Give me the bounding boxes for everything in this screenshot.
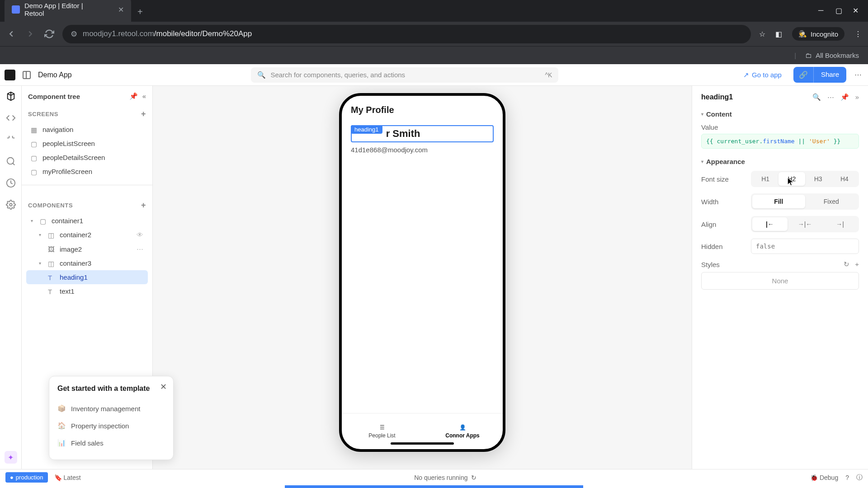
- close-icon[interactable]: ✕: [160, 382, 167, 392]
- url-path: /mobile/editor/Demo%20App: [154, 29, 252, 38]
- container-icon: ◫: [48, 260, 55, 267]
- help-icon[interactable]: ?: [845, 474, 849, 481]
- window-close[interactable]: ✕: [853, 6, 859, 13]
- chevron-down-icon[interactable]: ▾: [31, 218, 35, 223]
- inspector-more-icon[interactable]: ⋯: [827, 93, 834, 101]
- pin-icon[interactable]: 📌: [129, 92, 138, 100]
- align-right-button[interactable]: →|: [822, 217, 858, 231]
- align-left-button[interactable]: |←: [752, 217, 788, 231]
- goto-app-button[interactable]: ↗ Go to app: [738, 68, 787, 82]
- svg-point-0: [7, 158, 14, 164]
- add-style-icon[interactable]: +: [855, 260, 859, 268]
- window-maximize[interactable]: ▢: [835, 6, 842, 13]
- chevron-down-icon[interactable]: ▾: [39, 232, 43, 237]
- item-more[interactable]: ⋯: [137, 245, 143, 253]
- hidden-icon[interactable]: 👁: [137, 231, 143, 239]
- search-rail-icon[interactable]: [6, 156, 16, 166]
- add-screen-button[interactable]: +: [141, 109, 146, 119]
- address-bar[interactable]: ⚙ moodjoy1.retool.com/mobile/editor/Demo…: [62, 25, 751, 43]
- settings-rail-icon[interactable]: [6, 200, 16, 210]
- browser-tab[interactable]: Demo App | Editor | Retool ✕: [5, 0, 131, 22]
- folder-icon: 🗀: [805, 52, 812, 59]
- chevron-down-icon[interactable]: ▾: [39, 261, 43, 266]
- collapse-icon[interactable]: «: [142, 92, 146, 100]
- bookmark-star-icon[interactable]: ☆: [759, 30, 765, 38]
- screen-icon: ▢: [31, 154, 38, 161]
- inventory-icon: 📦: [57, 404, 66, 413]
- browser-menu-icon[interactable]: ⋮: [854, 30, 862, 38]
- tree-item-label: heading1: [60, 273, 88, 281]
- info-icon[interactable]: ⓘ: [856, 474, 863, 482]
- screen-navigation[interactable]: ▦navigation: [26, 122, 148, 136]
- all-bookmarks-button[interactable]: 🗀 All Bookmarks: [805, 52, 859, 59]
- browser-tab-bar: Demo App | Editor | Retool ✕ +: [0, 0, 868, 22]
- hidden-input[interactable]: [751, 239, 859, 254]
- app-more-icon[interactable]: ⋯: [853, 70, 863, 80]
- components-label: COMPONENTS: [28, 202, 73, 209]
- new-tab-button[interactable]: +: [131, 2, 149, 22]
- components-rail-icon[interactable]: [6, 91, 16, 101]
- template-inventory[interactable]: 📦Inventory management: [57, 400, 165, 417]
- inspector-pin-icon[interactable]: 📌: [840, 93, 849, 101]
- version-latest[interactable]: 🔖 Latest: [54, 474, 81, 481]
- heading1-component[interactable]: heading1 Connor Smith: [351, 125, 494, 142]
- env-label: production: [16, 474, 43, 481]
- width-fixed-button[interactable]: Fixed: [805, 195, 858, 208]
- tree-heading1[interactable]: Theading1: [26, 270, 148, 284]
- tree-container1[interactable]: ▾▢container1: [26, 214, 148, 228]
- screens-label: SCREENS: [28, 111, 58, 117]
- screen-people-details[interactable]: ▢peopleDetailsScreen: [26, 150, 148, 164]
- template-popup-title: Get started with a template: [57, 385, 165, 393]
- add-component-button[interactable]: +: [141, 201, 146, 210]
- tab-close-icon[interactable]: ✕: [118, 5, 124, 14]
- reset-styles-icon[interactable]: ↻: [844, 260, 849, 268]
- template-field-sales[interactable]: 📊Field sales: [57, 434, 165, 451]
- inspector-search-icon[interactable]: 🔍: [812, 93, 821, 101]
- font-h1-button[interactable]: H1: [752, 172, 778, 186]
- refresh-queries-icon[interactable]: ↻: [471, 474, 476, 481]
- panel-toggle-icon[interactable]: ◧: [775, 30, 782, 38]
- ai-sparkle-icon[interactable]: ✦: [5, 451, 17, 464]
- window-minimize[interactable]: ─: [818, 6, 825, 13]
- font-h3-button[interactable]: H3: [805, 172, 831, 186]
- align-center-button[interactable]: →|←: [788, 217, 823, 231]
- styles-label: Styles: [701, 261, 751, 268]
- value-input[interactable]: {{ current_user.firstName || 'User' }}: [701, 134, 859, 149]
- share-button[interactable]: Share: [813, 67, 846, 83]
- font-h4-button[interactable]: H4: [831, 172, 858, 186]
- screen-icon: ▢: [31, 140, 38, 147]
- history-rail-icon[interactable]: [6, 178, 16, 188]
- tree-text1[interactable]: Ttext1: [26, 284, 148, 298]
- email-text[interactable]: 41d1e868@moodjoy.com: [351, 146, 494, 154]
- debug-button[interactable]: 🐞 Debug: [810, 474, 838, 481]
- goto-app-label: Go to app: [752, 71, 782, 79]
- search-input[interactable]: 🔍 Search for components, queries, and ac…: [251, 67, 558, 83]
- screen-people-list[interactable]: ▢peopleListScreen: [26, 136, 148, 150]
- content-section[interactable]: Content: [701, 110, 859, 118]
- state-rail-icon[interactable]: [6, 135, 16, 145]
- tree-container3[interactable]: ▾◫container3: [26, 256, 148, 270]
- width-fill-button[interactable]: Fill: [752, 195, 805, 208]
- site-settings-icon[interactable]: ⚙: [71, 29, 77, 39]
- toggle-panel-icon[interactable]: [23, 71, 31, 79]
- font-size-label: Font size: [701, 175, 751, 183]
- template-property[interactable]: 🏠Property inspection: [57, 417, 165, 434]
- tree-item-label: peopleDetailsScreen: [42, 154, 105, 161]
- forward-icon[interactable]: [25, 29, 35, 39]
- font-h2-button[interactable]: H2: [778, 172, 805, 186]
- back-icon[interactable]: [6, 29, 16, 39]
- code-rail-icon[interactable]: [6, 113, 16, 123]
- incognito-icon: 🕵: [798, 30, 807, 38]
- container-icon: ▢: [40, 217, 47, 225]
- editor-canvas[interactable]: My Profile heading1 Connor Smith 41d1e86…: [153, 86, 692, 469]
- incognito-badge[interactable]: 🕵 Incognito: [792, 27, 844, 41]
- tree-image2[interactable]: 🖼image2⋯: [26, 242, 148, 256]
- screen-my-profile[interactable]: ▢myProfileScreen: [26, 164, 148, 178]
- tree-container2[interactable]: ▾◫container2👁: [26, 228, 148, 242]
- appearance-section[interactable]: Appearance: [701, 158, 859, 165]
- inspector-expand-icon[interactable]: »: [855, 93, 859, 101]
- share-link-button[interactable]: 🔗: [793, 67, 813, 83]
- reload-icon[interactable]: [44, 29, 54, 39]
- environment-badge[interactable]: ● production: [5, 472, 48, 483]
- retool-logo-icon[interactable]: [5, 70, 15, 80]
